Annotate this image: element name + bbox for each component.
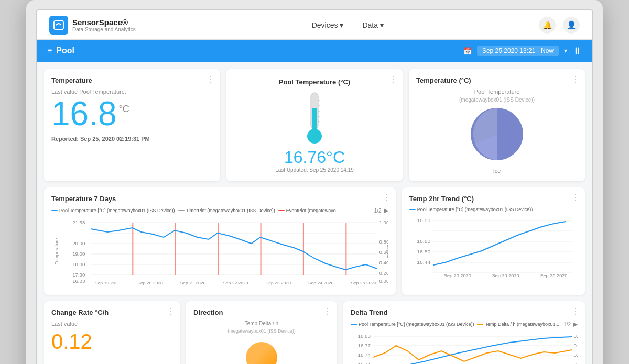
temp2hr-menu[interactable]: ⋮ [571,193,580,203]
delta-menu[interactable]: ⋮ [571,306,580,316]
svg-text:16.80: 16.80 [417,218,430,223]
page-title: Pool [56,46,74,56]
chevron-down-icon: ▾ [340,21,343,29]
svg-text:17.00: 17.00 [72,272,85,278]
legend-pool-temp: Pool Temperature [°C] (megatewaybox01 (I… [51,207,175,214]
pie-card-menu[interactable]: ⋮ [571,74,580,84]
svg-text:12:24: 12:24 [451,278,463,278]
pie-chart [465,103,528,166]
svg-text:18.00: 18.00 [72,262,85,267]
pool-temp-card-menu[interactable]: ⋮ [389,74,397,84]
svg-rect-33 [218,223,219,275]
temp-reported: Reported: Sep 25, 2020 02:19:31 PM [51,136,213,142]
nav-devices[interactable]: Devices ▾ [305,18,351,32]
svg-text:16.77: 16.77 [357,343,370,348]
nav-data[interactable]: Data ▾ [355,18,391,32]
direction-menu[interactable]: ⋮ [323,306,332,316]
pie-legend-sub: (megatewaybox01 (ISS Device)) [459,97,535,103]
svg-text:13:00: 13:00 [500,278,512,278]
legend-timer-label: TimerPlot (megatewaybox01 (ISS Device)) [186,208,275,213]
temp7days-menu[interactable]: ⋮ [382,193,391,203]
direction-title: Direction [193,308,330,316]
svg-text:00:00: 00:00 [102,285,113,285]
delta-trend-chart: 16.80 16.77 16.74 16.71 16.68 0.25 0.24 … [351,331,578,364]
page-header: ≡ Pool 📅 Sep 25 2020 13:21 - Now ▾ ⏸ [37,40,592,62]
notification-bell-button[interactable]: 🔔 [539,17,556,34]
svg-point-4 [309,131,320,141]
legend-dot-gray [178,210,185,211]
direction-viz [193,337,330,364]
svg-text:14:00: 14:00 [548,278,560,278]
logo: SensorSpace® Data Storage and Analytics [49,16,136,35]
delta-title: Delta Trend [351,308,578,316]
user-avatar-button[interactable]: 👤 [563,17,580,34]
svg-rect-0 [54,20,63,30]
pie-card-title: Temperature (°C) [416,76,578,84]
temp-number: 16.8 [51,97,117,130]
svg-text:00:00: 00:00 [315,285,327,285]
svg-text:Temperature: Temperature [54,238,59,264]
chevron-down-icon: ▾ [380,21,384,29]
change-rate-menu[interactable]: ⋮ [166,306,175,316]
temperature-card-menu[interactable]: ⋮ [207,74,215,84]
pie-ice-label: Ice [493,168,501,174]
page-header-right: 📅 Sep 25 2020 13:21 - Now ▾ ⏸ [463,46,582,57]
temp2hr-title: Temp 2hr Trend (°C) [409,195,578,203]
pie-container: Pool Temperature (megatewaybox01 (ISS De… [416,89,578,174]
temp-unit: °C [119,104,129,114]
svg-rect-34 [260,223,261,275]
row-3: Change Rate °C/h ⋮ Last value 0.12 Direc… [44,301,585,364]
svg-text:21.53: 21.53 [72,220,85,225]
pool-temp-value: 16.76°C [284,148,345,167]
row-1: Temperature ⋮ Last value Pool Temperatur… [44,69,585,181]
next-page-icon[interactable]: ▶ [384,207,388,214]
legend-dot-red [278,210,285,211]
temperature-card-title: Temperature [51,76,213,84]
temp2hr-legend: Pool Temperature [°C] (megatewaybox01 (I… [409,207,578,212]
svg-text:16.50: 16.50 [417,249,430,255]
calendar-icon: 📅 [463,47,472,55]
pie-legend-label: Pool Temperature [474,89,520,95]
direction-chart-sub: (megatewaybox01 (ISS Device)) [193,328,330,334]
logo-tagline: Data Storage and Analytics [72,27,136,32]
menu-icon[interactable]: ≡ [47,46,52,56]
pause-button[interactable]: ⏸ [572,46,582,57]
legend-pool-label: Pool Temperature [°C] (megatewaybox01 (I… [59,208,175,213]
temp7days-chart: 21.53 20.00 19.00 18.00 17.00 16.03 Temp… [51,217,388,285]
svg-text:Digital: Digital [386,245,388,258]
svg-text:0.22: 0.22 [573,352,578,358]
pool-temp-card-title: Pool Temperature (°C) [234,78,395,86]
pool-temperature-card: Pool Temperature (°C) ⋮ [226,69,403,181]
page-header-left: ≡ Pool [47,46,74,56]
svg-text:0.00: 0.00 [379,279,388,284]
temp-7days-card: Temperature 7 Days ⋮ Pool Temperature [°… [44,187,396,295]
thermometer-icon [301,90,328,148]
nav-icons: 🔔 👤 [539,17,580,34]
dashboard: Temperature ⋮ Last value Pool Temperatur… [37,62,592,364]
svg-rect-31 [132,223,133,275]
legend-dot-blue [51,210,58,211]
svg-rect-35 [303,223,304,275]
direction-circle [246,342,277,364]
date-range-badge[interactable]: Sep 25 2020 13:21 - Now [477,46,559,56]
delta-legend: Pool Temperature [°C] (megatewaybox01 (I… [351,321,578,328]
logo-title: SensorSpace® [72,18,136,27]
delta-page: 1/2 [563,322,571,327]
temp7days-page: 1/2 [374,208,382,214]
svg-rect-2 [312,108,317,130]
svg-text:20.00: 20.00 [72,241,85,246]
temperature-pie-card: Temperature (°C) ⋮ Pool Temperature (meg… [409,69,585,181]
legend-event: EventPlot (megatewayo... [278,207,340,214]
svg-text:0.20: 0.20 [573,362,578,364]
change-rate-value: 0.12 [51,330,172,354]
svg-text:00:00: 00:00 [230,285,242,285]
svg-text:0.24: 0.24 [573,343,578,348]
logo-icon [49,16,68,35]
pool-temp-updated: Last Updated: Sep 25 2020 14:19 [275,167,354,173]
temp-sublabel: Last value Pool Temperature: [51,89,213,95]
delta-next-icon[interactable]: ▶ [573,321,578,328]
legend-event-label: EventPlot (megatewayo... [286,208,340,213]
change-rate-card: Change Rate °C/h ⋮ Last value 0.12 [44,301,180,364]
svg-text:00:00: 00:00 [273,285,284,285]
svg-text:19.00: 19.00 [72,251,85,257]
